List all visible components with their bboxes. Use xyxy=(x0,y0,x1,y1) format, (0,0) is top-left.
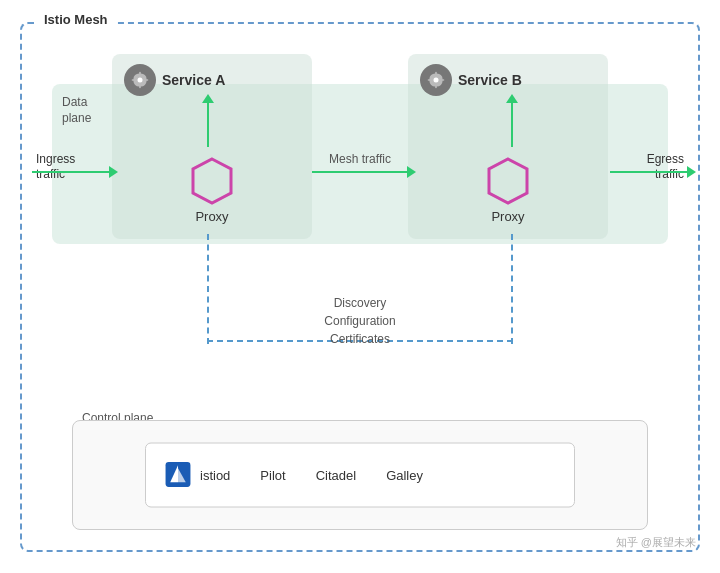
data-plane-label: Dataplane xyxy=(62,94,91,128)
pilot-text: Pilot xyxy=(260,467,285,482)
service-box-a: Service A Proxy xyxy=(112,54,312,239)
ingress-line xyxy=(32,171,110,173)
service-b-name: Service B xyxy=(458,72,522,88)
mesh-traffic-arrow xyxy=(312,171,408,173)
service-b-up-arrow xyxy=(511,102,513,147)
dashed-line-b xyxy=(511,234,513,344)
mesh-traffic-label: Mesh traffic xyxy=(329,152,391,166)
egress-arrow xyxy=(610,171,688,173)
istiod-item: istiod xyxy=(164,461,230,489)
ingress-label: Ingresstraffic xyxy=(36,152,75,183)
ingress-arrow xyxy=(32,171,110,173)
service-b-icon xyxy=(420,64,452,96)
service-b-header: Service B xyxy=(420,64,522,96)
proxy-a-label: Proxy xyxy=(195,209,228,224)
dashed-line-a xyxy=(207,234,209,344)
egress-label: Egresstraffic xyxy=(647,152,684,183)
proxy-a-hexagon-icon xyxy=(191,157,233,205)
galley-text: Galley xyxy=(386,467,423,482)
istiod-sail-icon xyxy=(164,461,192,489)
service-box-b: Service B Proxy xyxy=(408,54,608,239)
istiod-box: istiod Pilot Citadel Galley xyxy=(145,442,575,507)
discovery-label: DiscoveryConfigurationCertificates xyxy=(324,294,395,348)
service-a-up-arrow xyxy=(207,102,209,147)
diagram-wrapper: Istio Mesh Dataplane Service A xyxy=(10,12,710,562)
svg-marker-3 xyxy=(489,159,527,203)
service-a-icon xyxy=(124,64,156,96)
istio-mesh-label: Istio Mesh xyxy=(38,12,114,27)
proxy-b-label: Proxy xyxy=(491,209,524,224)
proxy-b-hexagon-icon xyxy=(487,157,529,205)
service-a-name: Service A xyxy=(162,72,225,88)
service-a-header: Service A xyxy=(124,64,225,96)
istiod-text: istiod xyxy=(200,467,230,482)
istio-mesh-box: Istio Mesh Dataplane Service A xyxy=(20,22,700,552)
control-plane-box: istiod Pilot Citadel Galley xyxy=(72,420,648,530)
citadel-text: Citadel xyxy=(316,467,356,482)
proxy-a-area: Proxy xyxy=(191,157,233,224)
egress-line xyxy=(610,171,688,173)
watermark: 知乎 @展望未来 xyxy=(616,535,696,550)
proxy-b-area: Proxy xyxy=(487,157,529,224)
svg-marker-1 xyxy=(193,159,231,203)
